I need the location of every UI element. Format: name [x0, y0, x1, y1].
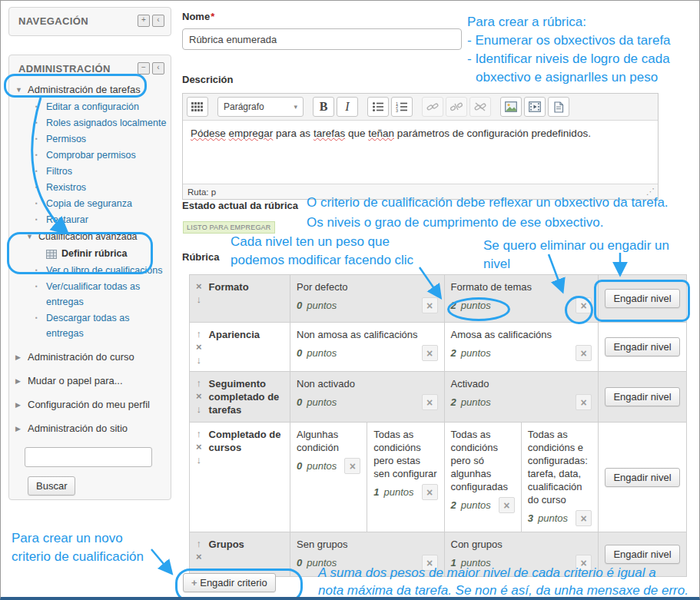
level-cell[interactable]: Activado 2puntos×	[445, 372, 599, 423]
prevent-autolink-icon[interactable]	[469, 97, 491, 117]
sidebar-item-ver-cualificar[interactable]: ▪Ver/cualificar todas as entregas	[15, 279, 168, 310]
criterion-name: Grupos	[209, 538, 244, 571]
paragraph-format-select[interactable]: Parágrafo ▾	[217, 97, 304, 117]
dock-block-icon[interactable]: ‹	[152, 15, 164, 27]
level-cell[interactable]: Formato de temas 2puntos×	[445, 275, 599, 323]
table-row-seguimento: ↑ × ↓ Seguimento completado de tarefas N…	[190, 372, 687, 423]
administration-block-title: ADMINISTRACIÓN	[18, 63, 111, 75]
expanded-triangle-icon: ▼	[15, 82, 23, 98]
estado-label: Estado actual da rúbrica	[182, 200, 298, 211]
editor-content[interactable]: Pódese empregar para as tarefas que teña…	[183, 121, 658, 184]
search-input[interactable]	[25, 447, 152, 467]
level-cell[interactable]: Algunhas condición 0puntos×	[290, 423, 367, 532]
delete-level-icon[interactable]: ×	[576, 345, 592, 361]
level-cell[interactable]: Non activado 0puntos×	[290, 372, 445, 423]
delete-level-icon[interactable]: ×	[422, 394, 438, 410]
move-down-icon[interactable]: ↓	[197, 294, 202, 305]
tree-node-tarefas[interactable]: ▼ Administración de tarefas	[15, 82, 168, 98]
delete-level-icon[interactable]: ×	[422, 297, 438, 313]
tree-node-label: Cualificación avanzada	[38, 229, 138, 244]
tree-node-admin-curso[interactable]: ▶Administración do curso	[15, 350, 168, 365]
insert-image-icon[interactable]	[500, 97, 522, 117]
level-cell[interactable]: Todas as condicións pero estas sen confi…	[367, 423, 444, 532]
unlink-icon[interactable]	[446, 97, 467, 117]
insert-media-icon[interactable]	[524, 97, 546, 117]
navigation-block-title: NAVEGACIÓN	[18, 15, 88, 27]
nome-input[interactable]	[182, 28, 462, 50]
sidebar-item-definir-rubrica[interactable]: Definir rúbrica	[15, 246, 168, 262]
criterion-name: Apariencia	[209, 328, 260, 366]
add-level-button[interactable]: Engadir nivel	[605, 289, 679, 308]
delete-level-icon[interactable]: ×	[576, 297, 592, 313]
delete-criterion-icon[interactable]: ×	[196, 391, 202, 402]
level-cell[interactable]: Amosa as calificacións 2puntos×	[445, 323, 599, 372]
collapse-block-icon[interactable]: −	[138, 62, 150, 75]
tree-node-cualificacion-avanzada[interactable]: ▼ Cualificación avanzada	[15, 229, 168, 244]
sidebar-item-rexistros[interactable]: ▪Rexistros	[15, 180, 168, 195]
delete-level-icon[interactable]: ×	[422, 345, 438, 361]
description-editor: Parágrafo ▾ B I 1 2 3	[182, 93, 659, 200]
level-cell[interactable]: Todas as condicións pero só algunhas con…	[445, 423, 522, 532]
level-cell[interactable]: Non amosa as calificacións 0puntos×	[290, 323, 445, 372]
bullet-icon: ▪	[35, 148, 41, 163]
level-cell[interactable]: Todas as condicións e configuradas: tare…	[522, 423, 599, 532]
sidebar-item-restaurar[interactable]: ▪Restaurar	[15, 212, 168, 227]
move-down-icon[interactable]: ↓	[197, 355, 202, 366]
delete-level-icon[interactable]: ×	[576, 394, 592, 410]
table-row-apariencia: ↑ × ↓ Apariencia Non amosa as calificaci…	[190, 323, 687, 372]
bold-button[interactable]: B	[313, 97, 334, 117]
administration-tree: ▼ Administración de tarefas ▪Editar a co…	[9, 79, 171, 436]
criterion-cell: ↑ × ↓ Completado de cursos	[190, 423, 290, 532]
sidebar-item-comprobar[interactable]: ▪Comprobar permisos	[15, 148, 168, 163]
annotation-level-weight: Cada nivel ten un peso que podemos modif…	[231, 233, 413, 270]
add-level-button[interactable]: Engadir nivel	[605, 468, 679, 487]
add-level-button[interactable]: Engadir nivel	[605, 545, 679, 564]
move-down-icon[interactable]: ↓	[197, 404, 202, 415]
delete-criterion-icon[interactable]: ×	[196, 442, 202, 452]
search-button[interactable]: Buscar	[28, 476, 75, 496]
delete-level-icon[interactable]: ×	[344, 458, 360, 474]
level-cell[interactable]: Por defecto 0puntos×	[290, 275, 445, 323]
add-level-button[interactable]: Engadir nivel	[605, 387, 679, 406]
sidebar-item-roles[interactable]: ▪Roles asignados localmente	[15, 115, 168, 131]
tree-node-mudar-papel[interactable]: ▶Mudar o papel para...	[15, 373, 168, 389]
tree-node-label: Administración de tarefas	[28, 82, 141, 98]
move-up-icon[interactable]: ↑	[197, 329, 202, 340]
italic-button[interactable]: I	[337, 97, 358, 117]
sidebar-item-libro[interactable]: ▪Ver o libro de cualificacións	[15, 263, 168, 278]
sidebar-item-editar[interactable]: ▪Editar a configuración	[15, 99, 168, 114]
administration-block: ADMINISTRACIÓN − ‹ ▼ Administración de t…	[8, 55, 171, 500]
annotation-new-criterion: Para crear un novo criterio de cualifica…	[12, 529, 144, 566]
link-icon[interactable]	[422, 97, 443, 117]
numbered-list-icon[interactable]: 1 2 3	[391, 97, 413, 117]
editor-toolbar: Parágrafo ▾ B I 1 2 3	[183, 94, 658, 121]
delete-criterion-icon[interactable]: ×	[196, 552, 202, 562]
move-up-icon[interactable]: ↑	[197, 378, 202, 389]
delete-level-icon[interactable]: ×	[576, 510, 592, 526]
sidebar-item-descargar[interactable]: ▪Descargar todas as entregas	[15, 310, 168, 341]
move-up-icon[interactable]: ↑	[197, 429, 202, 439]
delete-level-icon[interactable]: ×	[499, 497, 515, 513]
bullet-list-icon[interactable]	[367, 97, 389, 117]
dock-block-icon[interactable]: ‹	[152, 62, 164, 75]
delete-level-icon[interactable]: ×	[422, 484, 438, 500]
editor-path: Ruta: p	[187, 187, 216, 197]
rubrica-label: Rúbrica	[182, 251, 219, 263]
tree-node-config-perfil[interactable]: ▶Configuración do meu perfil	[15, 397, 168, 413]
delete-criterion-icon[interactable]: ×	[196, 281, 202, 292]
criterion-cell: × ↓ Formato	[190, 275, 290, 323]
sidebar-item-copia[interactable]: ▪Copia de seguranza	[15, 196, 168, 211]
sidebar-item-filtros[interactable]: ▪Filtros	[15, 164, 168, 179]
expand-block-icon[interactable]: +	[138, 15, 150, 27]
bullet-icon: ▪	[35, 279, 41, 310]
sidebar-item-permisos[interactable]: ▪Permisos	[15, 131, 168, 147]
toolbar-toggle-icon[interactable]	[187, 97, 208, 117]
delete-criterion-icon[interactable]: ×	[196, 342, 202, 353]
move-down-icon[interactable]: ↓	[197, 455, 202, 466]
tree-node-admin-sitio[interactable]: ▶Administración do sitio	[15, 421, 168, 436]
criterion-cell: ↑ × Grupos	[190, 532, 290, 577]
move-up-icon[interactable]: ↑	[197, 539, 202, 549]
add-level-button[interactable]: Engadir nivel	[605, 337, 679, 356]
add-criterion-button[interactable]: + Engadir criterio	[183, 573, 276, 592]
manage-files-icon[interactable]	[548, 97, 569, 117]
